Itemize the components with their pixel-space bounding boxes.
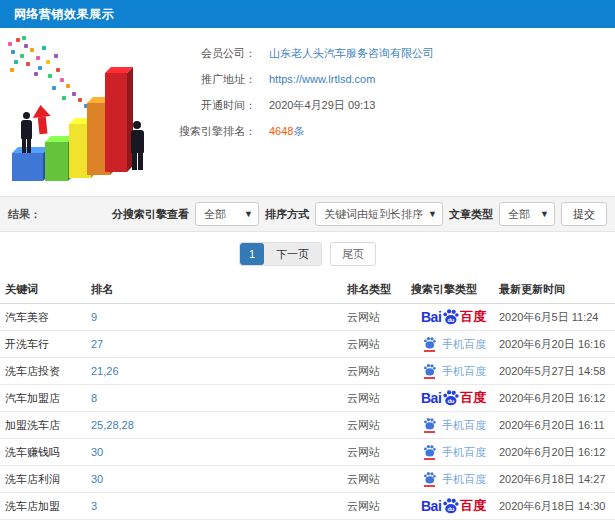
table-row: 洗车店利润30云网站手机百度2020年6月18日 14:27 [0, 466, 615, 493]
engine-cell: 手机百度 [406, 444, 494, 460]
filter-controls: 分搜索引擎查看 全部 ▼ 排序方式 关键词由短到长排序 ▼ 文章类型 全部 ▼ … [112, 202, 607, 226]
rank-type-cell: 云网站 [342, 337, 406, 352]
chevron-down-icon: ▼ [244, 203, 253, 225]
baidu-paw-icon [423, 417, 436, 430]
keyword-cell: 洗车店加盟 [0, 499, 86, 514]
red-underline [424, 485, 435, 487]
rank-cell: 30 [86, 473, 342, 485]
baidu-logo: Baidu百度 [421, 389, 486, 408]
pagination-group: 1 下一页 [239, 242, 322, 266]
updated-cell: 2020年6月18日 14:27 [494, 472, 615, 487]
baidu-logo: Baidu百度 [421, 497, 486, 516]
next-page-button[interactable]: 下一页 [264, 243, 321, 265]
engine-rank-label: 搜索引擎排名： [158, 124, 256, 139]
updated-cell: 2020年6月20日 16:12 [494, 391, 615, 406]
updated-cell: 2020年6月18日 14:30 [494, 499, 615, 514]
baidu-mobile-logo: 手机百度 [423, 336, 486, 352]
rank-link[interactable]: 30 [91, 473, 103, 485]
rank-cell: 30 [86, 446, 342, 458]
promo-url-label: 推广地址： [158, 72, 256, 87]
baidu-paw-icon: du [442, 389, 459, 406]
confetti-decoration [8, 42, 12, 46]
baidu-mobile-label: 手机百度 [442, 337, 486, 352]
page-header: 网络营销效果展示 [0, 0, 615, 28]
sort-filter-select[interactable]: 关键词由短到长排序 ▼ [315, 202, 443, 226]
results-table-body: 汽车美容9云网站Baidu百度2020年6月5日 11:24开洗车行27云网站手… [0, 304, 615, 520]
updated-cell: 2020年6月20日 16:12 [494, 445, 615, 460]
engine-cell: 手机百度 [406, 336, 494, 352]
keyword-cell: 汽车加盟店 [0, 391, 86, 406]
baidu-paw-icon [423, 336, 436, 349]
engine-filter-select[interactable]: 全部 ▼ [195, 202, 259, 226]
engine-filter-label: 分搜索引擎查看 [112, 207, 189, 222]
header-rank: 排名 [86, 282, 342, 297]
rank-link[interactable]: 8 [91, 392, 97, 404]
rank-link[interactable]: 25,28,28 [91, 419, 134, 431]
chevron-down-icon: ▼ [428, 203, 437, 225]
open-time-value: 2020年4月29日 09:13 [269, 98, 375, 113]
baidu-paw-icon [423, 363, 436, 376]
sort-filter-label: 排序方式 [265, 207, 309, 222]
updated-cell: 2020年6月20日 16:11 [494, 418, 615, 433]
rank-link[interactable]: 9 [91, 311, 97, 323]
rank-type-cell: 云网站 [342, 472, 406, 487]
baidu-mobile-label: 手机百度 [442, 445, 486, 460]
keyword-cell: 洗车店投资 [0, 364, 86, 379]
results-table-header: 关键词 排名 排名类型 搜索引擎类型 最新更新时间 [0, 276, 615, 304]
header-updated: 最新更新时间 [494, 282, 615, 297]
submit-button[interactable]: 提交 [561, 202, 607, 226]
last-page-button[interactable]: 尾页 [330, 242, 376, 266]
header-keyword: 关键词 [0, 282, 86, 297]
svg-text:du: du [448, 397, 455, 403]
table-row: 加盟洗车店25,28,28云网站手机百度2020年6月20日 16:11 [0, 412, 615, 439]
header-rank-type: 排名类型 [342, 282, 406, 297]
article-filter-label: 文章类型 [449, 207, 493, 222]
rank-type-cell: 云网站 [342, 499, 406, 514]
rank-link[interactable]: 30 [91, 446, 103, 458]
rank-type-cell: 云网站 [342, 310, 406, 325]
updated-cell: 2020年5月27日 14:58 [494, 364, 615, 379]
updated-cell: 2020年6月5日 11:24 [494, 310, 615, 325]
rank-cell: 8 [86, 392, 342, 404]
pagination: 1 下一页 尾页 [0, 232, 615, 276]
baidu-mobile-logo: 手机百度 [423, 444, 486, 460]
updated-cell: 2020年6月20日 16:16 [494, 337, 615, 352]
keyword-cell: 洗车店利润 [0, 472, 86, 487]
baidu-mobile-logo: 手机百度 [423, 471, 486, 487]
company-link[interactable]: 山东老人头汽车服务咨询有限公司 [269, 47, 434, 59]
article-type-select[interactable]: 全部 ▼ [499, 202, 555, 226]
red-underline [424, 377, 435, 379]
rank-cell: 9 [86, 311, 342, 323]
rank-link[interactable]: 27 [91, 338, 103, 350]
engine-cell: 手机百度 [406, 363, 494, 379]
promo-url-link[interactable]: https://www.lrtlsd.com [269, 73, 375, 85]
baidu-paw-icon: du [442, 308, 459, 325]
rank-type-cell: 云网站 [342, 364, 406, 379]
engine-rank-unit[interactable]: 条 [293, 125, 304, 137]
engine-cell: 手机百度 [406, 471, 494, 487]
rank-link[interactable]: 3 [91, 500, 97, 512]
baidu-logo: Baidu百度 [421, 308, 486, 327]
baidu-mobile-label: 手机百度 [442, 364, 486, 379]
page-1-button[interactable]: 1 [240, 243, 264, 265]
member-info-list: 会员公司： 山东老人头汽车服务咨询有限公司 推广地址： https://www.… [158, 28, 615, 144]
rank-cell: 25,28,28 [86, 419, 342, 431]
bar-green [45, 142, 68, 181]
rank-link[interactable]: 21,26 [91, 365, 119, 377]
rank-type-cell: 云网站 [342, 391, 406, 406]
bar-blue [12, 153, 43, 181]
engine-cell: Baidu百度 [406, 497, 494, 516]
chevron-down-icon: ▼ [540, 203, 549, 225]
businessman-figure-left [19, 112, 33, 153]
table-row: 汽车美容9云网站Baidu百度2020年6月5日 11:24 [0, 304, 615, 331]
red-underline [424, 431, 435, 433]
table-row: 开洗车行27云网站手机百度2020年6月20日 16:16 [0, 331, 615, 358]
filter-bar: 结果： 分搜索引擎查看 全部 ▼ 排序方式 关键词由短到长排序 ▼ 文章类型 全… [0, 196, 615, 232]
engine-rank-count: 4648 [269, 125, 293, 137]
baidu-paw-icon [423, 444, 436, 457]
table-row: 汽车加盟店8云网站Baidu百度2020年6月20日 16:12 [0, 385, 615, 412]
svg-text:du: du [448, 316, 455, 322]
engine-cell: 手机百度 [406, 417, 494, 433]
red-underline [424, 350, 435, 352]
table-row: 洗车店加盟3云网站Baidu百度2020年6月18日 14:30 [0, 493, 615, 520]
